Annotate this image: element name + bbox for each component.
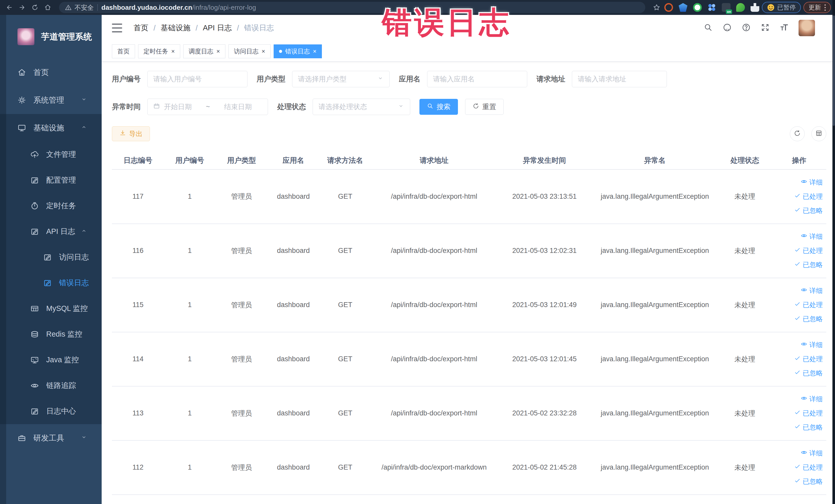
action-processed-link[interactable]: 已处理 (794, 192, 823, 201)
extension-icon-6[interactable] (736, 3, 745, 12)
action-processed-link[interactable]: 已处理 (794, 463, 823, 472)
extension-icon-4[interactable] (708, 3, 716, 12)
sidebar-item-trace[interactable]: 链路追踪 (0, 373, 102, 399)
action-processed-link[interactable]: 已处理 (794, 246, 823, 255)
breadcrumb-item[interactable]: 首页 (134, 23, 148, 33)
table-row: 1141管理员dashboardGET/api/infra/db-doc/exp… (112, 332, 826, 386)
extension-icon-3[interactable] (693, 3, 702, 12)
user-id-label: 用户编号 (112, 74, 141, 84)
date-range-picker[interactable]: 开始日期 ~ 结束日期 (147, 99, 268, 115)
action-detail-link[interactable]: 详细 (801, 395, 823, 404)
sidebar-item-config-mgmt[interactable]: 配置管理 (0, 167, 102, 193)
extension-icon-5[interactable]: on (722, 3, 731, 12)
sidebar-item-system-mgmt[interactable]: 系统管理 (0, 86, 102, 114)
sidebar-item-api-log[interactable]: API 日志 (0, 219, 102, 244)
refresh-table-button[interactable] (790, 126, 805, 141)
tab-close-icon[interactable]: × (262, 48, 265, 55)
fullscreen-icon[interactable] (760, 23, 770, 33)
extension-icon-7[interactable] (751, 3, 759, 12)
action-ignored-link[interactable]: 已忽略 (794, 369, 823, 378)
action-detail-link[interactable]: 详细 (801, 286, 823, 295)
browser-update-button[interactable]: 更新 (803, 2, 831, 13)
tab-定时任务[interactable]: 定时任务× (138, 44, 180, 58)
forward-icon[interactable] (17, 2, 27, 13)
back-icon[interactable] (4, 2, 14, 13)
tab-错误日志[interactable]: 错误日志× (273, 44, 322, 58)
tab-首页[interactable]: 首页 (112, 44, 135, 58)
browser-profile-chip[interactable]: 已暂停 (762, 2, 801, 13)
action-detail-link[interactable]: 详细 (801, 232, 823, 241)
page-scrollbar[interactable] (832, 0, 835, 504)
date-start-placeholder: 开始日期 (164, 102, 192, 112)
action-processed-link[interactable]: 已处理 (794, 409, 823, 418)
column-header-异常发生时间: 异常发生时间 (497, 152, 592, 169)
user-id-input[interactable] (147, 71, 247, 87)
reload-icon[interactable] (30, 2, 40, 13)
action-ignored-link[interactable]: 已忽略 (794, 315, 823, 323)
action-processed-link[interactable]: 已处理 (794, 300, 823, 309)
action-ignored-link[interactable]: 已忽略 (794, 423, 823, 432)
github-icon[interactable] (722, 23, 732, 33)
profile-emoji-icon (767, 4, 775, 11)
scrollbar-thumb[interactable] (833, 15, 835, 126)
process-status-select[interactable]: 请选择处理状态 (313, 99, 410, 115)
browser-home-icon[interactable] (43, 2, 53, 13)
extension-icon-2[interactable] (679, 3, 687, 12)
export-button[interactable]: 导出 (112, 126, 150, 141)
search-icon[interactable] (704, 23, 713, 33)
not-secure-warning[interactable]: 不安全 (65, 3, 94, 12)
help-icon[interactable] (741, 23, 751, 33)
tab-调度日志[interactable]: 调度日志× (183, 44, 225, 58)
column-settings-button[interactable] (811, 126, 826, 141)
request-url-input[interactable] (572, 71, 667, 87)
sidebar-item-scheduled-jobs[interactable]: 定时任务 (0, 193, 102, 219)
action-detail-link[interactable]: 详细 (801, 449, 823, 458)
layers-icon (30, 330, 39, 339)
font-size-icon[interactable] (779, 23, 789, 33)
action-detail-link[interactable]: 详细 (801, 178, 823, 187)
cell-url: /api/infra/db-doc/export-html (371, 169, 497, 224)
action-processed-link[interactable]: 已处理 (794, 355, 823, 364)
bookmark-star-icon[interactable] (651, 2, 662, 13)
sidebar-item-infrastructure[interactable]: 基础设施 (0, 114, 102, 142)
tab-访问日志[interactable]: 访问日志× (228, 44, 270, 58)
process-status-placeholder: 请选择处理状态 (319, 102, 367, 112)
user-avatar[interactable] (798, 20, 815, 36)
timer-icon (30, 202, 39, 210)
not-secure-label: 不安全 (75, 3, 94, 12)
action-ignored-link[interactable]: 已忽略 (794, 477, 823, 486)
reset-button[interactable]: 重置 (465, 99, 504, 115)
user-type-select[interactable]: 请选择用户类型 (292, 71, 390, 87)
breadcrumb-item[interactable]: 基础设施 (161, 23, 190, 33)
action-ignored-link[interactable]: 已忽略 (794, 206, 823, 215)
sidebar-item-file-mgmt[interactable]: 文件管理 (0, 142, 102, 167)
cell-url: /api/infra/db-doc/export-html (371, 386, 497, 440)
sidebar-item-home[interactable]: 首页 (0, 59, 102, 86)
cell-method: GET (319, 440, 371, 495)
app-name-input[interactable] (427, 71, 527, 87)
breadcrumb-item[interactable]: API 日志 (203, 23, 232, 33)
extension-icon-1[interactable] (664, 3, 673, 12)
app-logo-row[interactable]: 芋道管理系统 (0, 15, 102, 59)
tab-close-icon[interactable]: × (217, 48, 220, 55)
sidebar-item-log-center[interactable]: 日志中心 (0, 399, 102, 424)
action-detail-link[interactable]: 详细 (801, 340, 823, 349)
sidebar-item-label: 首页 (33, 67, 49, 78)
sidebar-item-error-log[interactable]: 错误日志 (0, 270, 102, 296)
table-settings (790, 126, 826, 141)
collapse-sidebar-icon[interactable] (112, 24, 122, 32)
sidebar-item-dev-tools[interactable]: 研发工具 (0, 424, 102, 452)
browser-menu-icon[interactable] (824, 4, 826, 11)
sidebar-item-access-log[interactable]: 访问日志 (0, 244, 102, 270)
tab-close-icon[interactable]: × (313, 48, 317, 55)
sidebar-item-mysql-monitor[interactable]: MySQL 监控 (0, 296, 102, 321)
sidebar-item-java-monitor[interactable]: Java 监控 (0, 347, 102, 373)
sidebar-item-redis-monitor[interactable]: Redis 监控 (0, 321, 102, 347)
action-ignored-link[interactable]: 已忽略 (794, 260, 823, 269)
address-bar[interactable]: 不安全 dashboard.yudao.iocoder.cn/infra/log… (59, 2, 645, 13)
search-button[interactable]: 搜索 (420, 99, 458, 115)
cell-actions: 详细已处理已忽略 (772, 224, 826, 278)
cell-time: 2021-05-03 12:01:45 (497, 332, 592, 386)
tab-close-icon[interactable]: × (171, 48, 175, 55)
tab-label: 定时任务 (143, 47, 168, 56)
